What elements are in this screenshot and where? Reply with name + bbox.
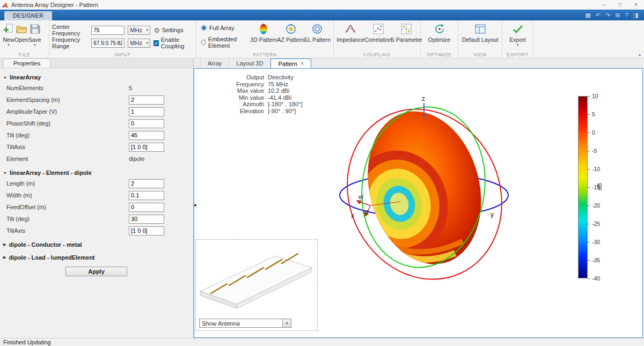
new-button[interactable]: New ▾	[3, 21, 14, 47]
window-title: Antenna Array Designer - Pattern	[11, 2, 98, 8]
expand-triangle-icon: ▼	[3, 76, 7, 79]
s-parameter-icon	[400, 23, 412, 35]
optimize-button[interactable]: Optimize	[425, 21, 455, 43]
new-icon	[3, 23, 14, 35]
frequency-value: 75 MHz	[268, 81, 288, 87]
chevron-down-icon: ▾	[147, 41, 149, 45]
embedded-element-radio[interactable]: Embedded Element	[201, 36, 246, 49]
dipole-tilt-input[interactable]	[129, 215, 164, 224]
array-tilt-input[interactable]	[129, 131, 164, 140]
group-header-lineararray[interactable]: ▼ linearArray	[0, 72, 193, 82]
pattern-info-block: OutputDirectivity Frequency75 MHz Max va…	[226, 74, 302, 114]
pattern-view: OutputDirectivity Frequency75 MHz Max va…	[194, 68, 643, 338]
apply-button[interactable]: Apply	[65, 267, 127, 276]
tab-layout-3d[interactable]: Layout 3D	[229, 58, 270, 68]
help-icon[interactable]: ?	[625, 12, 628, 18]
section-label-pattern: PATTERN	[196, 52, 333, 57]
title-bar: Antenna Array Designer - Pattern – □ ×	[0, 0, 644, 10]
gear-icon: ⚙	[153, 26, 160, 34]
new-dropdown-caret-icon[interactable]: ▾	[8, 43, 10, 47]
correlation-button[interactable]: Correlation	[364, 21, 392, 43]
group-header-load-lumpedelement[interactable]: ▶ dipole - Load - lumpedElement	[0, 253, 193, 262]
property-row: Element dipole	[0, 153, 193, 165]
document-area: Array Layout 3D Pattern × OutputDirectiv…	[194, 58, 643, 338]
save-button[interactable]: Save ▾	[28, 21, 41, 47]
quick-access-save-icon[interactable]: ▦	[585, 12, 590, 19]
property-row: NumElements 5	[0, 82, 193, 94]
dipole-tilt-axis-input[interactable]	[129, 226, 164, 235]
y-axis-label: y	[491, 211, 494, 218]
collapsed-triangle-icon: ▶	[3, 255, 6, 260]
element-type-value: dipole	[129, 156, 144, 162]
elevation-range-value: [-90° , 90°]	[268, 108, 296, 114]
toolbar-section-optimize: Optimize OPTIMIZE	[421, 20, 458, 58]
tab-array[interactable]: Array	[200, 58, 229, 68]
expand-triangle-icon: ▼	[3, 171, 7, 175]
az-axis-label: az	[363, 208, 369, 215]
property-row: Width (m)	[0, 189, 193, 201]
layout-toggle-icon[interactable]: ◨	[633, 12, 639, 19]
pattern-3d-button[interactable]: 3D Pattern	[250, 21, 277, 43]
frequency-range-input[interactable]	[91, 39, 125, 48]
quick-access-undo-icon[interactable]: ↶	[596, 12, 601, 19]
center-frequency-unit-select[interactable]: MHz ▾	[128, 26, 150, 35]
default-layout-button[interactable]: Default Layout	[461, 21, 499, 43]
export-button[interactable]: Export ▾	[505, 21, 530, 47]
quick-access-redo-icon[interactable]: ↷	[605, 12, 610, 19]
az-pattern-button[interactable]: AZ Pattern	[277, 21, 304, 43]
section-label-export: EXPORT	[502, 52, 533, 57]
length-input[interactable]	[129, 179, 164, 188]
min-value: -41.4 dBi	[268, 94, 291, 101]
el-axis-label: el	[358, 194, 363, 200]
maximize-button[interactable]: □	[612, 0, 628, 9]
property-row: FeedOffset (m)	[0, 201, 193, 213]
full-array-radio[interactable]: Full Array	[201, 25, 246, 31]
radio-on-icon	[201, 25, 207, 31]
amplitude-taper-input[interactable]	[129, 107, 164, 116]
tab-designer[interactable]: DESIGNER	[4, 11, 52, 20]
open-button[interactable]: Open	[14, 21, 28, 43]
settings-button[interactable]: ⚙ Settings	[153, 26, 193, 34]
dock-icon[interactable]: ⊞	[615, 12, 620, 19]
s-parameter-button[interactable]: S Parameter	[392, 21, 421, 43]
feed-offset-input[interactable]	[129, 203, 164, 212]
group-header-conductor-metal[interactable]: ▶ dipole - Conductor - metal	[0, 240, 193, 249]
array-tilt-axis-input[interactable]	[129, 143, 164, 152]
tab-pattern[interactable]: Pattern ×	[270, 58, 311, 68]
impedance-icon	[345, 23, 356, 35]
splitter-collapse-arrow[interactable]: ◄	[193, 203, 197, 208]
el-pattern-icon	[311, 23, 323, 35]
enable-coupling-checkbox[interactable]: ✓ Enable Coupling	[153, 36, 193, 49]
center-frequency-label: Center Frequency	[52, 24, 88, 36]
tab-close-icon[interactable]: ×	[301, 61, 304, 67]
frequency-range-unit-select[interactable]: MHz ▾	[128, 39, 150, 48]
tab-properties[interactable]: Properties	[3, 58, 50, 68]
property-row: TiltAxis	[0, 141, 193, 153]
default-layout-icon	[474, 23, 486, 35]
collapsed-triangle-icon: ▶	[3, 242, 6, 247]
chevron-down-icon: ▾	[147, 28, 149, 32]
group-header-element-dipole[interactable]: ▼ linearArray - Element - dipole	[0, 168, 193, 178]
impedance-button[interactable]: Impedance	[336, 21, 364, 43]
toolbar-section-view: Default Layout VIEW	[458, 20, 502, 58]
show-antenna-select[interactable]: Show Antenna ▾	[199, 319, 291, 328]
save-dropdown-caret-icon[interactable]: ▾	[34, 43, 36, 47]
radiation-pattern-3d-plot[interactable]: z x y el az	[319, 80, 555, 327]
section-label-optimize: OPTIMIZE	[421, 52, 458, 57]
phase-shift-input[interactable]	[129, 119, 164, 128]
element-spacing-input[interactable]	[129, 95, 164, 105]
export-dropdown-caret-icon[interactable]: ▾	[517, 43, 519, 47]
center-frequency-input[interactable]	[91, 26, 125, 35]
property-row: Length (m)	[0, 178, 193, 189]
ribbon-collapse-icon[interactable]: ▴	[639, 52, 641, 57]
width-input[interactable]	[129, 191, 164, 200]
toolbar-filler	[533, 20, 644, 58]
export-icon	[512, 23, 524, 35]
z-axis-label: z	[422, 95, 425, 102]
minimize-button[interactable]: –	[596, 0, 612, 9]
antenna-preview-image	[196, 240, 316, 315]
toolbar-section-export: Export ▾ EXPORT	[502, 20, 533, 58]
el-pattern-button[interactable]: EL Pattern	[304, 21, 331, 43]
max-value: 10.2 dBi	[268, 87, 289, 94]
close-button[interactable]: ×	[628, 0, 644, 9]
